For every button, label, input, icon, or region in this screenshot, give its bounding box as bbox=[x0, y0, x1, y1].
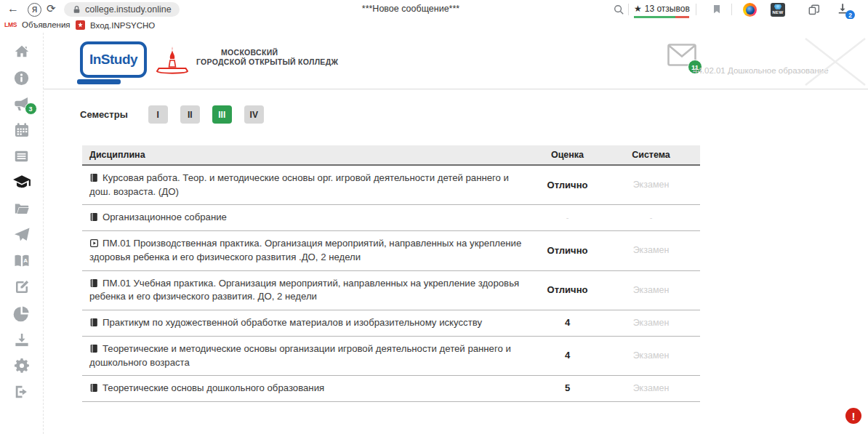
book-icon bbox=[89, 173, 99, 182]
main-content: InStudy МОСКОВСКИЙ ГОРОДСКОЙ ОТКРЫТЫЙ КО… bbox=[44, 33, 868, 434]
college-tower-icon bbox=[154, 45, 190, 80]
system-value: Экзамен bbox=[602, 376, 700, 402]
reload-button[interactable]: ⟳ bbox=[47, 1, 56, 16]
semester-tab-4[interactable]: IV bbox=[244, 105, 264, 124]
instudy-logo[interactable]: InStudy bbox=[80, 41, 147, 78]
table-row[interactable]: Практикум по художественной обработке ма… bbox=[82, 310, 700, 337]
column-discipline: Дисциплина bbox=[82, 145, 533, 165]
tab-title: ***Новое сообщение*** bbox=[362, 4, 459, 14]
extension-new-icon[interactable]: NEW bbox=[771, 3, 785, 17]
paper-plane-icon bbox=[12, 226, 31, 244]
schedule-list-icon bbox=[12, 148, 31, 164]
announcements-count-badge: 3 bbox=[25, 103, 37, 115]
system-value: Экзамен bbox=[602, 165, 700, 205]
star-icon: ★ bbox=[634, 4, 642, 14]
info-icon bbox=[13, 70, 30, 87]
logout-icon bbox=[13, 384, 31, 400]
sidebar-item-grades[interactable] bbox=[12, 174, 32, 191]
play-icon bbox=[89, 238, 99, 248]
table-row[interactable]: Организационное собрание - - bbox=[82, 205, 700, 231]
lms-logo-icon: LMS bbox=[4, 21, 17, 28]
calendar-icon bbox=[13, 121, 31, 139]
bookmark-announcements[interactable]: LMS Объявления bbox=[4, 20, 71, 29]
toolbar-divider bbox=[628, 4, 629, 15]
collections-icon[interactable] bbox=[807, 3, 821, 17]
sidebar-item-files[interactable] bbox=[12, 200, 32, 217]
grade-value: Отлично bbox=[533, 165, 602, 205]
exclamation-icon: ! bbox=[852, 410, 856, 422]
yandex-icon[interactable]: Я bbox=[28, 3, 41, 17]
sidebar-item-info[interactable] bbox=[12, 69, 32, 87]
book-icon bbox=[89, 383, 99, 393]
table-row[interactable]: Курсовая работа. Теор. и методические ос… bbox=[82, 165, 700, 205]
grade-value: 4 bbox=[533, 336, 602, 375]
extension-lens-icon[interactable] bbox=[743, 3, 757, 17]
translate-book-icon: A bbox=[12, 252, 31, 270]
sidebar-item-messages[interactable] bbox=[12, 226, 32, 244]
reviews-label: 13 отзывов bbox=[645, 4, 690, 14]
sidebar-item-downloads[interactable] bbox=[12, 331, 32, 348]
table-row[interactable]: Теоретические основы дошкольного образов… bbox=[82, 376, 700, 402]
system-value: Экзамен bbox=[602, 336, 700, 375]
app-sidebar: 3 bbox=[0, 33, 44, 434]
browser-window: ← Я ⟳ college.instudy.online ***Новое со… bbox=[0, 0, 868, 434]
toolbar-divider bbox=[731, 4, 732, 15]
pie-chart-icon bbox=[12, 305, 31, 323]
lock-icon bbox=[72, 5, 81, 15]
bookmark-label: Вход.INPSYCHO bbox=[90, 21, 155, 30]
college-name: МОСКОВСКИЙ ГОРОДСКОЙ ОТКРЫТЫЙ КОЛЛЕДЖ bbox=[196, 48, 338, 67]
sidebar-item-compose[interactable] bbox=[12, 278, 32, 296]
sidebar-item-calendar[interactable] bbox=[12, 121, 32, 139]
grade-value: 5 bbox=[533, 376, 602, 402]
table-row[interactable]: ПМ.01 Учебная практика. Организация меро… bbox=[82, 270, 700, 310]
column-grade: Оценка bbox=[533, 145, 602, 165]
system-value: Экзамен bbox=[602, 231, 700, 270]
table-row[interactable]: ПМ.01 Производственная практика. Организ… bbox=[82, 231, 700, 270]
sidebar-item-schedule[interactable] bbox=[12, 148, 32, 165]
grades-table: Дисциплина Оценка Система Курсовая работ… bbox=[82, 145, 700, 402]
semester-switcher: Семестры I II III IV bbox=[80, 105, 276, 124]
search-icon[interactable] bbox=[613, 4, 625, 16]
sidebar-item-home[interactable] bbox=[12, 43, 32, 60]
semester-tab-1[interactable]: I bbox=[148, 105, 168, 124]
sidebar-item-statistics[interactable] bbox=[12, 305, 32, 322]
edit-icon bbox=[13, 278, 31, 296]
folder-icon bbox=[12, 201, 31, 217]
sidebar-item-logout[interactable] bbox=[12, 383, 32, 401]
column-system: Система bbox=[602, 145, 700, 165]
book-icon bbox=[89, 344, 99, 353]
bookmark-inpsycho[interactable]: Вход.INPSYCHO bbox=[76, 20, 155, 30]
system-value: - bbox=[602, 205, 700, 231]
sidebar-item-settings[interactable] bbox=[12, 357, 32, 374]
downloads-button[interactable]: 2 bbox=[836, 2, 852, 18]
alert-button[interactable]: ! bbox=[845, 408, 861, 424]
sidebar-item-translate[interactable]: A bbox=[12, 252, 32, 270]
semester-tab-3[interactable]: III bbox=[212, 105, 232, 124]
bookmark-flag-icon[interactable] bbox=[711, 3, 723, 16]
inpsycho-logo-icon bbox=[76, 20, 85, 30]
toolbar-divider bbox=[696, 4, 696, 15]
home-icon bbox=[13, 44, 31, 60]
address-bar[interactable]: college.instudy.online bbox=[64, 2, 180, 17]
semester-tab-2[interactable]: II bbox=[180, 105, 200, 124]
back-button[interactable]: ← bbox=[7, 1, 19, 16]
graduation-cap-icon bbox=[12, 173, 32, 192]
gear-icon bbox=[13, 357, 31, 374]
url-text: college.instudy.online bbox=[85, 4, 172, 15]
book-icon bbox=[89, 212, 99, 222]
page-header: InStudy МОСКОВСКИЙ ГОРОДСКОЙ ОТКРЫТЫЙ КО… bbox=[44, 33, 868, 89]
bookmark-label: Объявления bbox=[22, 20, 71, 29]
system-value: Экзамен bbox=[602, 310, 700, 337]
table-row[interactable]: Теоретические и методические основы орга… bbox=[82, 336, 700, 375]
reviews-button[interactable]: ★ 13 отзывов bbox=[634, 4, 690, 14]
instudy-logo-text: InStudy bbox=[89, 52, 137, 68]
table-header-row: Дисциплина Оценка Система bbox=[82, 145, 700, 165]
grade-value: Отлично bbox=[533, 231, 602, 270]
new-badge: NEW bbox=[772, 10, 783, 15]
reviews-rating-bar bbox=[634, 16, 689, 18]
book-icon bbox=[89, 278, 99, 288]
sidebar-item-announcements[interactable]: 3 bbox=[12, 95, 32, 113]
book-icon bbox=[89, 318, 99, 327]
program-label: 44.02.01 Дошкольное образование bbox=[693, 66, 813, 75]
semesters-label: Семестры bbox=[80, 109, 128, 120]
